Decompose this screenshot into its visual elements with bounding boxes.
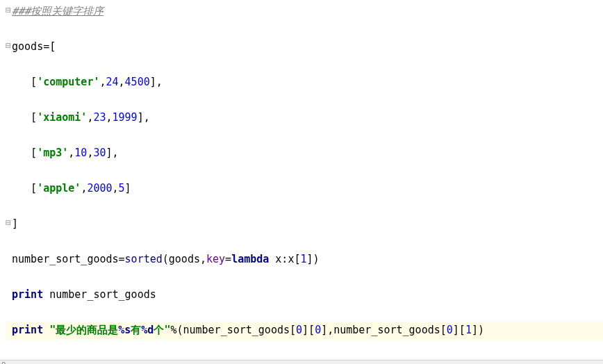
code-line[interactable]: ['apple',2000,5] [6,180,603,198]
code-line-current[interactable]: print "最少的商品是%s有%d个"%(number_sort_goods[… [6,322,603,340]
code-line[interactable]: number_sort_goods=sorted(goods,key=lambd… [6,251,603,269]
code-line-blank[interactable] [6,233,603,251]
code-line-blank[interactable] [6,304,603,322]
code-line-blank[interactable] [6,269,603,287]
code-line[interactable]: print number_sort_goods [6,286,603,304]
code-line-blank[interactable] [6,56,603,74]
code-line-blank[interactable] [6,198,603,216]
code-line-blank[interactable] [6,163,603,181]
status-bar: 9 [0,360,603,364]
code-line[interactable]: ⊟ goods=[ [6,38,603,56]
code-line[interactable]: ['computer',24,4500], [6,74,603,92]
code-line[interactable]: ['xiaomi',23,1999], [6,109,603,127]
code-line-blank[interactable] [6,340,603,358]
code-line-blank[interactable] [6,92,603,110]
code-editor[interactable]: ⊟ ###按照关键字排序 ⊟ goods=[ ['computer',24,45… [0,0,603,360]
code-text: ] [12,217,18,230]
code-line-blank[interactable] [6,21,603,39]
fold-icon: ⊟ [6,38,11,53]
code-line[interactable]: ⊟ ] [6,215,603,233]
fold-icon: ⊟ [6,3,11,18]
code-text: goods=[ [12,40,56,53]
fold-icon: ⊟ [6,215,11,231]
code-line[interactable]: ⊟ ###按照关键字排序 [6,3,603,21]
comment: ###按照关键字排序 [12,5,104,17]
code-line[interactable]: ['mp3',10,30], [6,144,603,163]
code-line-blank[interactable] [6,127,603,145]
line-number: 9 [1,361,6,364]
